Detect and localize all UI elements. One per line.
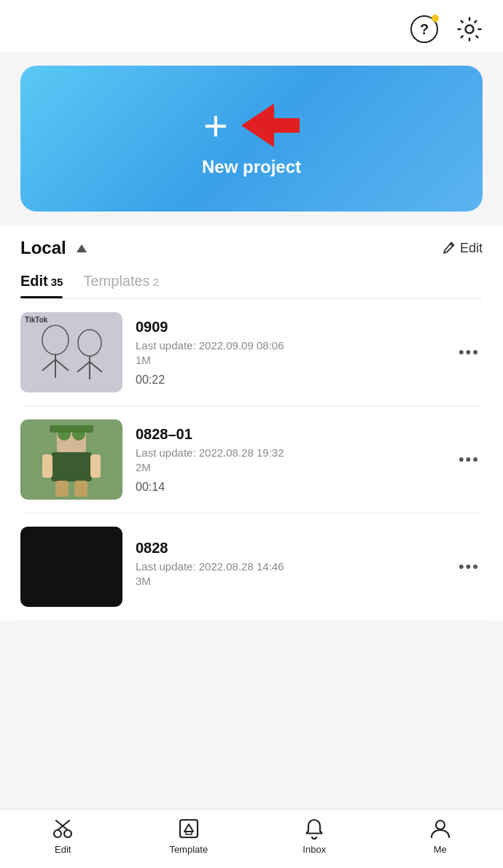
project-name: 0828 (136, 540, 442, 557)
project-update: Last update: 2022.08.28 14:46 (136, 560, 442, 573)
more-options-button[interactable]: ••• (456, 551, 483, 582)
gear-icon (456, 15, 483, 43)
svg-point-21 (54, 830, 61, 837)
more-options-button[interactable]: ••• (456, 337, 483, 368)
svg-line-24 (56, 821, 68, 830)
tab-edit-label: Edit (20, 273, 48, 290)
svg-rect-16 (55, 481, 69, 497)
template-icon (177, 817, 200, 840)
arrow-icon (241, 100, 300, 151)
local-header: Local Edit (20, 225, 483, 267)
list-item[interactable]: TikTok 0909 Last update: 2022.09.09 08:0… (20, 299, 483, 406)
project-duration: 00:22 (136, 373, 442, 387)
list-item[interactable]: 0828–01 Last update: 2022.08.28 19:32 2M… (20, 406, 483, 514)
project-size: 2M (136, 461, 442, 473)
help-button[interactable]: ? (408, 13, 440, 45)
tab-templates[interactable]: Templates 2 (83, 267, 159, 298)
bell-icon (303, 817, 326, 840)
nav-inbox-label: Inbox (303, 844, 326, 855)
project-info: 0909 Last update: 2022.09.09 08:06 1M 00… (136, 319, 442, 387)
settings-button[interactable] (453, 13, 486, 45)
svg-point-28 (436, 821, 445, 829)
svg-rect-14 (42, 454, 52, 478)
nav-item-inbox[interactable]: Inbox (252, 817, 378, 855)
nav-template-label: Template (169, 844, 208, 855)
local-section: Local Edit Edit 35 Templates 2 (0, 225, 503, 299)
plus-icon: + (203, 104, 228, 147)
project-list: TikTok 0909 Last update: 2022.09.09 08:0… (0, 299, 503, 621)
person-icon (429, 817, 452, 840)
svg-rect-15 (90, 454, 101, 478)
header: ? (0, 0, 503, 53)
project-name: 0828–01 (136, 426, 442, 443)
more-options-button[interactable]: ••• (456, 444, 483, 475)
project-update: Last update: 2022.09.09 08:06 (136, 339, 442, 352)
project-info: 0828 Last update: 2022.08.28 14:46 3M (136, 540, 442, 594)
edit-label: Edit (460, 241, 483, 256)
tab-edit-count: 35 (51, 276, 63, 288)
project-size: 1M (136, 354, 442, 366)
nav-me-label: Me (434, 844, 447, 855)
new-project-label: New project (202, 157, 301, 177)
svg-rect-17 (74, 481, 87, 497)
tabs: Edit 35 Templates 2 (20, 267, 483, 299)
svg-rect-27 (186, 832, 192, 834)
svg-rect-13 (51, 452, 92, 481)
project-duration: 00:14 (136, 481, 442, 494)
project-thumbnail (20, 419, 122, 500)
notification-dot (432, 15, 439, 22)
sort-icon (77, 244, 87, 252)
project-info: 0828–01 Last update: 2022.08.28 19:32 2M… (136, 426, 442, 494)
nav-item-template[interactable]: Template (126, 817, 252, 855)
nav-edit-label: Edit (55, 844, 71, 855)
nav-item-me[interactable]: Me (378, 817, 504, 855)
svg-line-23 (58, 821, 69, 830)
scissors-icon (51, 817, 74, 840)
project-thumbnail (20, 527, 122, 607)
pencil-icon (441, 241, 456, 255)
project-update: Last update: 2022.08.28 19:32 (136, 446, 442, 459)
new-project-button[interactable]: + New project (20, 66, 483, 212)
list-item[interactable]: 0828 Last update: 2022.08.28 14:46 3M ••… (20, 514, 483, 621)
project-name: 0909 (136, 319, 442, 336)
svg-point-0 (466, 26, 474, 34)
project-size: 3M (136, 575, 442, 587)
tab-templates-label: Templates (83, 273, 149, 290)
nav-item-edit[interactable]: Edit (0, 817, 126, 855)
edit-button[interactable]: Edit (441, 241, 483, 256)
project-thumbnail: TikTok (20, 312, 122, 392)
svg-rect-2 (20, 312, 122, 392)
local-title: Local (20, 238, 66, 258)
bottom-nav: Edit Template Inbox Me (0, 809, 503, 868)
sort-button[interactable] (74, 241, 90, 255)
svg-rect-20 (50, 425, 93, 433)
svg-marker-1 (241, 104, 300, 147)
tab-templates-count: 2 (153, 276, 159, 288)
svg-point-22 (64, 830, 71, 837)
tab-edit[interactable]: Edit 35 (20, 267, 63, 298)
svg-marker-26 (184, 824, 193, 832)
